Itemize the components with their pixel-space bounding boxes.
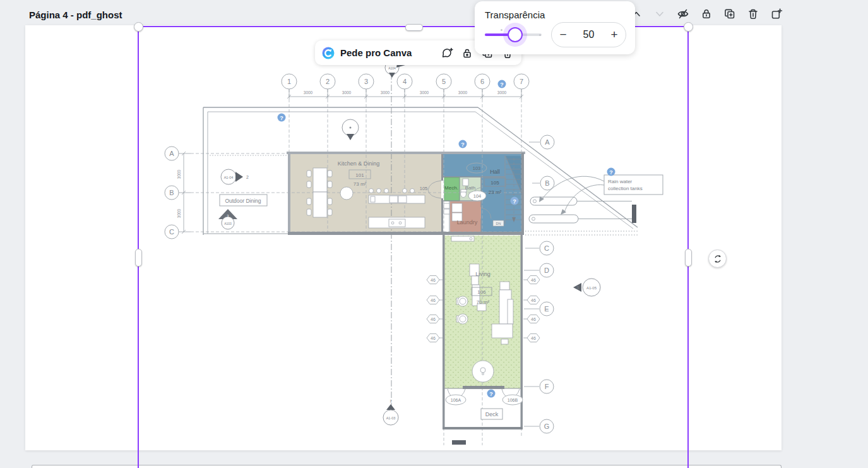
selection-border-right [687, 26, 689, 468]
next-page-preview[interactable] [32, 465, 782, 468]
selection-border-left [138, 26, 139, 468]
lock-page-button[interactable] [699, 6, 714, 21]
copy-plus-icon [723, 8, 736, 20]
transparency-stepper: − 50 + [551, 22, 626, 47]
rotate-button[interactable] [708, 249, 727, 268]
transparency-title: Transparência [485, 9, 545, 20]
selection-handle-top-right[interactable] [684, 22, 693, 32]
transparency-slider[interactable] [485, 27, 542, 43]
add-page-button[interactable] [769, 6, 784, 21]
selection-handle-top[interactable] [405, 24, 423, 31]
trash-icon [747, 8, 759, 20]
selection-handle-right[interactable] [685, 249, 692, 267]
move-page-down-button[interactable] [652, 6, 667, 21]
duplicate-page-button[interactable] [722, 6, 737, 21]
lock-icon [700, 8, 713, 20]
ask-canva-button[interactable]: Pede pro Canva [321, 46, 412, 60]
slider-tick [501, 29, 502, 31]
slider-tick [539, 34, 541, 36]
eye-off-icon [677, 8, 689, 20]
selection-handle-left[interactable] [135, 249, 142, 267]
unlock-icon [461, 47, 473, 59]
ask-canva-label: Pede pro Canva [340, 47, 412, 58]
transparency-popup: Transparência − 50 + [475, 1, 635, 54]
canva-ai-icon [321, 46, 335, 60]
hide-page-button[interactable] [675, 6, 691, 21]
transparency-value[interactable]: 50 [583, 29, 595, 40]
slider-handle[interactable] [508, 27, 523, 42]
canva-editor: { "header": {"title": "Página 4 - pdf_gh… [0, 0, 868, 468]
chevron-down-icon [653, 8, 666, 20]
increase-button[interactable]: + [603, 23, 626, 46]
decrease-button[interactable]: − [552, 23, 574, 46]
comment-button[interactable] [437, 40, 457, 65]
page-actions [629, 6, 784, 21]
add-page-icon [770, 8, 783, 20]
selection-handle-top-left[interactable] [134, 22, 143, 32]
comment-plus-icon [441, 47, 453, 59]
rotate-icon [713, 254, 723, 264]
page-title: Página 4 - pdf_ghost [29, 9, 122, 20]
delete-page-button[interactable] [746, 6, 761, 21]
